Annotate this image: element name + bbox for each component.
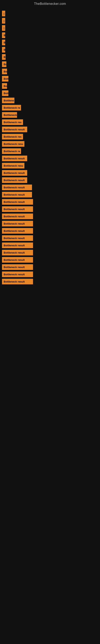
result-bar: Bottleneck resu	[2, 163, 24, 168]
result-bar: Bott	[2, 90, 8, 96]
result-bar: Bottleneck result	[2, 235, 33, 241]
result-bar: Bottleneck re	[2, 148, 21, 154]
result-bar: Bottlene	[2, 98, 14, 103]
result-bar: Bottleneck res	[2, 119, 23, 125]
result-bar: Bottleneck result	[2, 156, 27, 161]
result-bar: Bottleneck	[2, 112, 17, 118]
result-bar: Bottleneck result	[2, 126, 27, 132]
result-bar: Bottleneck result	[2, 242, 33, 248]
result-row: Bottleneck result	[2, 192, 98, 198]
result-bar: |	[2, 25, 5, 31]
result-bar: Bottleneck result	[2, 199, 33, 205]
result-bar: B	[2, 47, 5, 52]
result-row: Bottleneck result	[2, 221, 98, 226]
site-title: TheBottlenecker.com	[0, 0, 100, 7]
result-bar: B	[2, 40, 5, 45]
result-bar: Bottleneck result	[2, 177, 27, 183]
result-row: Bottleneck result	[2, 272, 98, 277]
results-container: |||BBBBBoBoBottBoBottBottleneBottleneck …	[0, 7, 100, 290]
result-row: Bottleneck result	[2, 264, 98, 270]
result-row: Bott	[2, 90, 98, 96]
result-bar: Bottleneck result	[2, 264, 33, 270]
result-row: Bottleneck result	[2, 170, 98, 176]
result-row: Bottleneck re	[2, 105, 98, 110]
result-bar: Bottleneck result	[2, 257, 33, 263]
result-row: Bottleneck	[2, 112, 98, 118]
result-row: Bottleneck res	[2, 134, 98, 140]
result-row: Bott	[2, 76, 98, 82]
site-title-container: TheBottlenecker.com	[0, 0, 100, 7]
result-bar: B	[2, 32, 5, 38]
result-bar: Bottleneck re	[2, 105, 21, 110]
result-row: Bottleneck re	[2, 148, 98, 154]
result-row: B	[2, 54, 98, 60]
result-row: Bo	[2, 62, 98, 67]
result-row: Bottleneck resu	[2, 163, 98, 168]
result-row: Bo	[2, 69, 98, 74]
result-row: Bottleneck result	[2, 206, 98, 212]
result-bar: Bottleneck res	[2, 134, 23, 140]
result-bar: Bo	[2, 62, 6, 67]
result-bar: Bottleneck result	[2, 221, 33, 226]
result-bar: Bottleneck result	[2, 228, 33, 234]
result-bar: Bottleneck result	[2, 184, 32, 190]
result-bar: Bo	[2, 69, 7, 74]
result-row: |	[2, 11, 98, 16]
result-bar: |	[2, 11, 5, 16]
result-row: Bottleneck result	[2, 242, 98, 248]
result-bar: Bottleneck result	[2, 279, 33, 284]
result-row: Bottleneck result	[2, 250, 98, 256]
result-bar: Bottleneck result	[2, 206, 33, 212]
result-row: Bottleneck result	[2, 257, 98, 263]
result-bar: Bottleneck result	[2, 214, 33, 219]
result-bar: Bo	[2, 83, 7, 89]
result-row: Bottleneck result	[2, 156, 98, 161]
result-row: B	[2, 40, 98, 45]
result-bar: Bottleneck result	[2, 272, 33, 277]
result-row: |	[2, 25, 98, 31]
result-bar: B	[2, 54, 6, 60]
result-bar: Bottleneck resu	[2, 141, 24, 147]
result-bar: |	[2, 18, 5, 24]
result-row: Bottleneck result	[2, 184, 98, 190]
result-row: Bottleneck result	[2, 199, 98, 205]
result-row: Bottleneck result	[2, 228, 98, 234]
result-row: Bo	[2, 83, 98, 89]
result-bar: Bottleneck result	[2, 250, 33, 256]
result-row: |	[2, 18, 98, 24]
result-row: Bottleneck result	[2, 126, 98, 132]
result-row: B	[2, 47, 98, 52]
result-bar: Bottleneck result	[2, 170, 27, 176]
result-row: Bottleneck result	[2, 214, 98, 219]
result-bar: Bott	[2, 76, 8, 82]
result-row: Bottleneck resu	[2, 141, 98, 147]
result-bar: Bottleneck result	[2, 192, 32, 198]
result-row: Bottleneck res	[2, 119, 98, 125]
result-row: Bottleneck result	[2, 235, 98, 241]
result-row: Bottleneck result	[2, 279, 98, 284]
result-row: Bottlene	[2, 98, 98, 103]
result-row: B	[2, 32, 98, 38]
result-row: Bottleneck result	[2, 177, 98, 183]
